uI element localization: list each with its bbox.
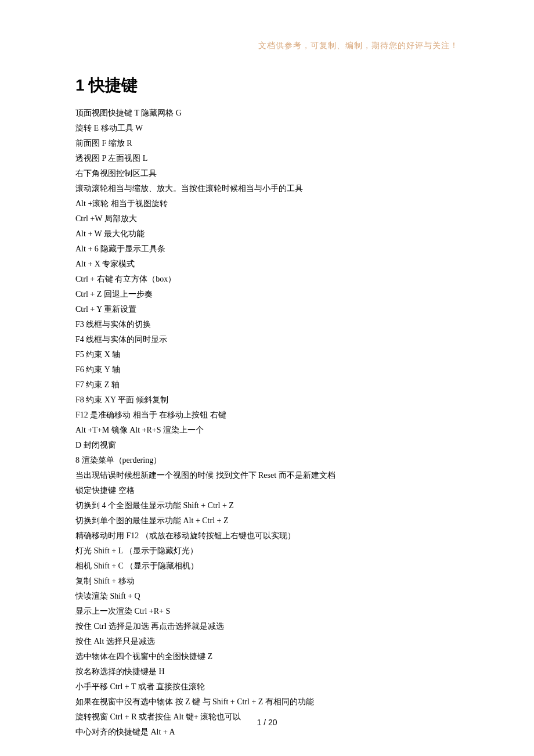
content-line: Alt + 6 隐藏于显示工具条 (75, 242, 459, 257)
content-line: Ctrl + Y 重新设置 (75, 302, 459, 317)
content-line: 切换到 4 个全图最佳显示功能 Shift + Ctrl + Z (75, 498, 459, 513)
content-line: F3 线框与实体的切换 (75, 317, 459, 332)
content-line: Ctrl +W 局部放大 (75, 211, 459, 226)
content-line: 精确移动时用 F12 （或放在移动旋转按钮上右键也可以实现） (75, 528, 459, 543)
content-line: 8 渲染菜单（perdering） (75, 453, 459, 468)
content-line: Ctrl + 右键 有立方体（box） (75, 272, 459, 287)
content-line: Alt + X 专家模式 (75, 257, 459, 272)
content-line: Alt + W 最大化功能 (75, 226, 459, 242)
document-page: 文档供参考，可复制、编制，期待您的好评与关注！ 1 快捷键 顶面视图快捷键 T … (0, 0, 534, 756)
content-line: Alt +滚轮 相当于视图旋转 (75, 196, 459, 211)
content-line: 复制 Shift + 移动 (75, 574, 459, 589)
content-line: 切换到单个图的最佳显示功能 Alt + Ctrl + Z (75, 513, 459, 528)
content-line: 按住 Alt 选择只是减选 (75, 634, 459, 649)
content-line: 顶面视图快捷键 T 隐藏网格 G (75, 106, 459, 121)
content-body: 顶面视图快捷键 T 隐藏网格 G旋转 E 移动工具 W前面图 F 缩放 R透视图… (75, 106, 459, 740)
content-line: F12 是准确移动 相当于 在移动上按钮 右键 (75, 408, 459, 423)
content-line: F8 约束 XY 平面 倾斜复制 (75, 393, 459, 408)
content-line: 灯光 Shift + L （显示于隐藏灯光） (75, 543, 459, 559)
content-line: F4 线框与实体的同时显示 (75, 332, 459, 347)
content-line: F6 约束 Y 轴 (75, 362, 459, 377)
content-line: 按住 Ctrl 选择是加选 再点击选择就是减选 (75, 619, 459, 634)
content-line: D 封闭视窗 (75, 438, 459, 453)
content-line: Alt +T+M 镜像 Alt +R+S 渲染上一个 (75, 423, 459, 438)
content-line: 当出现错误时候想新建一个视图的时候 找到文件下 Reset 而不是新建文档 (75, 468, 459, 483)
content-line: 如果在视窗中没有选中物体 按 Z 键 与 Shift + Ctrl + Z 有相… (75, 694, 459, 710)
content-line: 相机 Shift + C （显示于隐藏相机） (75, 559, 459, 574)
content-line: 显示上一次渲染 Ctrl +R+ S (75, 604, 459, 619)
content-line: 小手平移 Ctrl + T 或者 直接按住滚轮 (75, 679, 459, 694)
content-line: 锁定快捷键 空格 (75, 483, 459, 498)
page-number: 1 / 20 (0, 718, 534, 727)
content-line: 前面图 F 缩放 R (75, 136, 459, 151)
content-line: 旋转 E 移动工具 W (75, 121, 459, 136)
content-line: 按名称选择的快捷键是 H (75, 664, 459, 679)
content-line: 透视图 P 左面视图 L (75, 151, 459, 166)
content-line: 滚动滚轮相当与缩放、放大。当按住滚轮时候相当与小手的工具 (75, 181, 459, 196)
section-heading: 1 快捷键 (75, 74, 459, 96)
content-line: 选中物体在四个视窗中的全图快捷键 Z (75, 649, 459, 664)
header-note: 文档供参考，可复制、编制，期待您的好评与关注！ (75, 41, 459, 51)
content-line: Ctrl + Z 回退上一步奏 (75, 287, 459, 302)
content-line: F7 约束 Z 轴 (75, 377, 459, 393)
content-line: 右下角视图控制区工具 (75, 166, 459, 181)
content-line: F5 约束 X 轴 (75, 347, 459, 362)
content-line: 快读渲染 Shift + Q (75, 589, 459, 604)
